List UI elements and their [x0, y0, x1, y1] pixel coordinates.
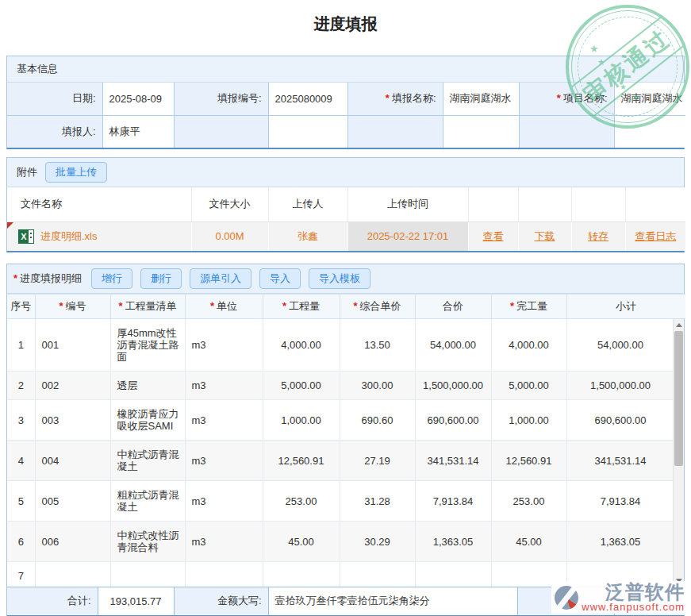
required-marker: *: [118, 300, 122, 312]
detail-cell[interactable]: m3: [185, 319, 263, 372]
file-action-cell: 查看日志: [625, 221, 685, 251]
detail-row: 6006中粒式改性沥青混合料m345.0030.291,363.0545.001…: [7, 522, 674, 562]
detail-cell[interactable]: [263, 562, 340, 587]
detail-cell[interactable]: 1,000.00: [263, 400, 340, 441]
file-action-link-1[interactable]: 查看: [483, 230, 504, 242]
detail-cell[interactable]: 1,000.00: [491, 400, 566, 441]
detail-cell[interactable]: 31.28: [340, 481, 415, 522]
detail-cell[interactable]: [185, 562, 263, 587]
required-marker: *: [353, 300, 357, 312]
detail-cell[interactable]: [340, 562, 415, 587]
detail-cell[interactable]: 253.00: [263, 481, 340, 522]
detail-cell[interactable]: 003: [35, 400, 110, 441]
detail-cell[interactable]: 690.60: [340, 400, 415, 441]
file-action-cell: 下载: [518, 221, 571, 251]
detail-cell[interactable]: m3: [185, 481, 263, 522]
detail-cell[interactable]: 4,000.00: [491, 319, 566, 372]
required-marker: *: [386, 92, 390, 104]
detail-cell[interactable]: 7,913.84: [566, 481, 674, 522]
detail-cell[interactable]: 7: [7, 562, 35, 587]
empty-cell: [347, 115, 443, 148]
detail-cell[interactable]: 54,000.00: [566, 319, 674, 372]
detail-cell[interactable]: 粗粒式沥青混凝土: [110, 481, 185, 522]
detail-cell[interactable]: 2: [7, 372, 35, 400]
file-action-link-2[interactable]: 下载: [535, 230, 555, 242]
scrollbar-thumb[interactable]: [674, 331, 683, 466]
detail-column-header: *编号: [35, 295, 110, 319]
detail-cell[interactable]: 004: [35, 441, 110, 481]
detail-cell[interactable]: 002: [35, 372, 110, 400]
detail-cell[interactable]: 690,600.00: [566, 400, 674, 441]
detail-panel: *进度填报明细 增行删行源单引入导入导入模板 序号*编号*工程量清单*单位*工程…: [6, 264, 685, 616]
detail-cell[interactable]: 45.00: [491, 522, 566, 562]
detail-cell[interactable]: [415, 562, 491, 587]
detail-cell[interactable]: m3: [185, 441, 263, 481]
detail-cell[interactable]: m3: [185, 400, 263, 441]
detail-column-header: *完工量: [491, 295, 566, 319]
detail-cell[interactable]: 341,531.14: [415, 441, 491, 481]
detail-cell[interactable]: 006: [35, 522, 110, 562]
detail-cell[interactable]: 中粒式改性沥青混合料: [110, 522, 185, 562]
detail-cell[interactable]: 1: [7, 319, 35, 372]
detail-cell[interactable]: 54,000.00: [415, 319, 491, 372]
detail-cell[interactable]: 690,600.00: [415, 400, 491, 441]
vendor-logo-icon: [555, 586, 578, 610]
file-action-link-3[interactable]: 转存: [588, 230, 608, 242]
detail-cell[interactable]: 1,500,000.00: [566, 372, 674, 400]
total-value: 193,015.77: [98, 587, 174, 615]
file-action-link-4[interactable]: 查看日志: [635, 230, 676, 242]
vendor-watermark: 泛普软件 www.fanpusoft.com: [551, 581, 688, 614]
detail-cell[interactable]: 12,560.91: [263, 441, 340, 481]
date-field: 2025-08-09: [102, 83, 174, 115]
detail-cell[interactable]: 341,531.14: [566, 441, 674, 481]
detail-cell[interactable]: 1,363.05: [566, 522, 674, 562]
detail-toolbar-button-2[interactable]: 删行: [140, 268, 182, 289]
file-action-cell: 转存: [571, 221, 625, 251]
detail-cell[interactable]: 5,000.00: [263, 372, 340, 400]
detail-cell[interactable]: 12,560.91: [491, 441, 566, 481]
project-name-label: *项目名称:: [519, 83, 614, 115]
detail-cell[interactable]: [35, 562, 110, 587]
detail-cell[interactable]: 4,000.00: [263, 319, 340, 372]
detail-cell[interactable]: 厚45mm改性沥青混凝土路面: [110, 319, 185, 372]
basic-info-grid: 日期: 2025-08-09 填报编号: 2025080009 *填报名称: 湖…: [7, 83, 685, 148]
detail-cell[interactable]: 7,913.84: [415, 481, 491, 522]
detail-cell[interactable]: 橡胶沥青应力吸收层SAMI: [110, 400, 185, 441]
attachments-table: 文件名称 文件大小 上传人 上传时间 X 进度明细.xls 0.00M 张鑫 2…: [7, 187, 685, 251]
detail-cell[interactable]: 300.00: [340, 372, 415, 400]
detail-toolbar-button-5[interactable]: 导入模板: [309, 268, 370, 289]
detail-cell[interactable]: 1,500,000.00: [415, 372, 491, 400]
detail-toolbar-button-3[interactable]: 源单引入: [190, 268, 251, 289]
detail-column-header: *工程量: [263, 295, 340, 319]
amount-words-value: 壹拾玖万叁仟零壹拾伍元柒角柒分: [268, 587, 517, 615]
detail-cell[interactable]: 253.00: [491, 481, 566, 522]
detail-cell[interactable]: 中粒式沥青混凝土: [110, 441, 185, 481]
file-name-cell: X 进度明细.xls: [7, 221, 191, 251]
vertical-scrollbar[interactable]: [673, 319, 684, 587]
scroll-up-icon[interactable]: [674, 320, 684, 330]
detail-cell[interactable]: 1,363.05: [415, 522, 491, 562]
detail-cell[interactable]: 透层: [110, 372, 185, 400]
detail-cell[interactable]: m3: [185, 522, 263, 562]
detail-cell[interactable]: 001: [35, 319, 110, 372]
attachments-header-row: 文件名称 文件大小 上传人 上传时间: [7, 187, 685, 221]
detail-toolbar-button-1[interactable]: 增行: [91, 268, 132, 289]
detail-cell[interactable]: 005: [35, 481, 110, 522]
detail-cell[interactable]: 4: [7, 441, 35, 481]
detail-cell[interactable]: 27.19: [340, 441, 415, 481]
detail-cell[interactable]: 30.29: [340, 522, 415, 562]
detail-toolbar-button-4[interactable]: 导入: [259, 268, 301, 289]
detail-cell[interactable]: 3: [7, 400, 35, 441]
detail-cell[interactable]: 5,000.00: [491, 372, 566, 400]
detail-cell[interactable]: 45.00: [263, 522, 340, 562]
detail-cell[interactable]: 13.50: [340, 319, 415, 372]
empty-cell: [614, 115, 685, 148]
detail-cell[interactable]: 5: [7, 481, 35, 522]
detail-cell[interactable]: [110, 562, 185, 587]
detail-cell[interactable]: m3: [185, 372, 263, 400]
batch-upload-button[interactable]: 批量上传: [45, 162, 107, 183]
detail-row: 2002透层m35,000.00300.001,500,000.005,000.…: [7, 372, 674, 400]
file-name[interactable]: 进度明细.xls: [40, 229, 98, 244]
detail-cell[interactable]: 6: [7, 522, 35, 562]
attachment-row: X 进度明细.xls 0.00M 张鑫 2025-02-22 17:01 查看 …: [7, 221, 685, 251]
